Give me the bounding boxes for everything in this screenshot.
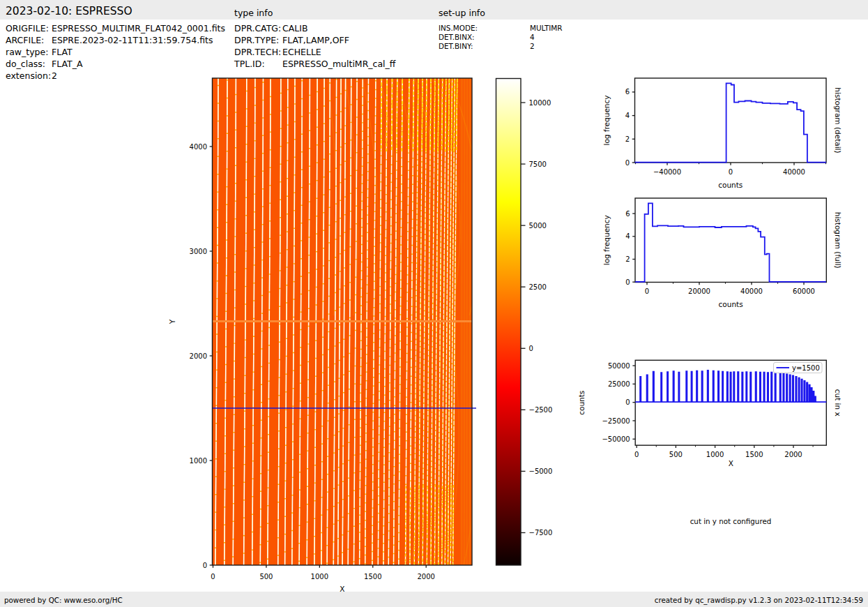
text-label: 1000 <box>190 457 207 465</box>
raw-image-raster <box>213 78 538 565</box>
text-label: 20000 <box>688 287 710 295</box>
text-label: 2 <box>625 135 630 143</box>
text-label: 1500 <box>745 451 763 458</box>
text-label: 50000 <box>608 362 630 370</box>
text-label: Y <box>168 319 176 324</box>
y-axis: 0246log frequency <box>602 88 635 166</box>
text-label: 0 <box>625 159 630 167</box>
text-label: 0 <box>625 398 630 406</box>
text-label: 2000 <box>784 451 802 458</box>
text-label: 2500 <box>529 283 547 291</box>
text-label: X <box>340 585 344 593</box>
text-label: y=1500 <box>792 364 820 372</box>
detector-gap-line <box>213 320 473 322</box>
text-label: 1500 <box>364 573 381 580</box>
histogram-detail-curve <box>634 83 826 162</box>
cut-in-y-note: cut in y not configured <box>634 517 827 525</box>
text-label: −50000 <box>602 435 630 443</box>
text-label: 0 <box>634 451 639 458</box>
text-label: 4000 <box>190 143 207 151</box>
cut-in-x-curve <box>635 370 826 402</box>
plots-canvas: 0500100015002000X01000200030004000Y10000… <box>0 0 868 607</box>
x-axis: −40000040000counts <box>636 163 826 189</box>
text-label: histogram (full) <box>834 212 842 269</box>
text-label: 0 <box>729 168 733 176</box>
text-label: 1000 <box>311 573 328 580</box>
text-label: 2000 <box>417 573 434 580</box>
colorbar: 100007500500025000−2500−5000−7500 <box>496 79 553 566</box>
text-label: 0 <box>211 573 215 580</box>
raw-image-x-axis: 0500100015002000X <box>211 565 435 593</box>
text-label: log frequency <box>602 95 611 145</box>
histogram-detail-plot: −40000040000counts0246log frequencyhisto… <box>602 78 842 189</box>
text-label: −40000 <box>653 168 681 176</box>
text-label: 3000 <box>190 248 207 255</box>
text-label: 25000 <box>608 380 630 388</box>
text-label: 2 <box>625 255 630 263</box>
text-label: histogram (detail) <box>834 87 842 153</box>
text-label: 500 <box>669 451 683 458</box>
text-label: 2000 <box>190 352 207 360</box>
text-label: 40000 <box>783 168 805 176</box>
text-label: 0 <box>203 562 207 569</box>
text-label: −7500 <box>529 529 553 537</box>
text-label: −25000 <box>602 417 630 425</box>
text-label: 0 <box>625 278 630 286</box>
text-label: log frequency <box>602 215 611 265</box>
text-label: 5000 <box>529 222 547 230</box>
cut-in-x-legend: y=1500 <box>774 363 823 373</box>
footer-powered-by: powered by QC: www.eso.org/HC <box>4 596 123 604</box>
text-label: 10000 <box>529 99 551 107</box>
text-label: 0 <box>529 345 533 352</box>
text-label: X <box>729 459 733 467</box>
text-label: 500 <box>259 573 273 580</box>
histogram-full-plot: 0200004000060000counts0246log frequencyh… <box>602 198 842 308</box>
text-label: −5000 <box>529 467 553 475</box>
footer-created-by: created by qc_rawdisp.py v1.2.3 on 2023-… <box>655 596 863 604</box>
text-label: 7500 <box>529 160 547 168</box>
text-label: −2500 <box>529 406 553 414</box>
text-label: 4 <box>625 112 630 119</box>
text-label: cut in x <box>834 389 842 417</box>
cut-in-x-plot: 0500100015002000X50000250000−25000−50000… <box>577 360 842 467</box>
raw-image-y-axis: 01000200030004000Y <box>168 143 213 569</box>
text-label: 6 <box>625 88 630 96</box>
text-label: counts <box>577 391 586 415</box>
y-axis: 50000250000−25000−50000counts <box>577 362 635 443</box>
text-label: 60000 <box>793 287 815 295</box>
raw-image-plot: 0500100015002000X01000200030004000Y10000… <box>168 78 552 593</box>
text-label: 0 <box>645 287 649 295</box>
text-label: counts <box>719 300 743 308</box>
text-label: 4 <box>625 232 630 240</box>
text-label: 1000 <box>706 451 724 458</box>
text-label: 40000 <box>740 287 763 295</box>
histogram-full-curve <box>635 203 826 282</box>
x-axis: 0200004000060000counts <box>645 283 815 309</box>
x-axis: 0500100015002000X <box>634 445 813 467</box>
y-axis: 0246log frequency <box>602 210 635 286</box>
text-label: 6 <box>625 210 630 218</box>
text-label: counts <box>718 181 743 189</box>
qc-rawdisp-page: { "header": { "title": "2023-02-10: ESPR… <box>0 0 868 607</box>
